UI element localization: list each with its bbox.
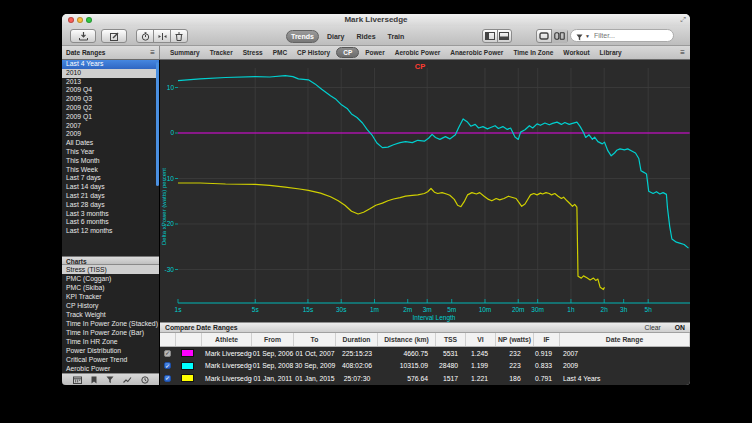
column-header-to[interactable]: To [294,333,336,346]
tab-diary[interactable]: Diary [323,31,349,42]
trend-icon[interactable] [123,376,132,384]
date-range-2013[interactable]: 2013 [62,78,159,87]
date-range-2009-q3[interactable]: 2009 Q3 [62,95,159,104]
column-header-np-watts[interactable]: NP (watts) [496,333,534,346]
chart-item-stress-tiss[interactable]: Stress (TISS) [62,265,159,274]
tiled-view-button[interactable] [552,29,567,43]
chart-item-pmc-coggan[interactable]: PMC (Coggan) [62,274,159,283]
bookmark-icon[interactable] [91,376,97,384]
column-header-1[interactable] [176,333,202,346]
date-range-last-6-months[interactable]: Last 6 months [62,218,159,227]
column-header-tss[interactable]: TSS [436,333,466,346]
clear-button[interactable]: Clear [645,324,661,331]
date-range-this-year[interactable]: This Year [62,148,159,157]
filter-dropdown-caret[interactable]: ▼ [585,33,590,39]
chart-item-time-in-hr-zone[interactable]: Time In HR Zone [62,337,159,346]
date-range-2009-q4[interactable]: 2009 Q4 [62,86,159,95]
date-range-last-28-days[interactable]: Last 28 days [62,201,159,210]
cell-athlete: Mark Liversedge [202,360,252,373]
clock-icon[interactable] [141,376,149,384]
date-range-2009[interactable]: 2009 [62,130,159,139]
delete-button[interactable] [171,29,187,43]
row-checkbox[interactable]: ✓ [164,362,171,369]
chart-tab-cp-history[interactable]: CP History [293,48,334,57]
chart-tab-anaerobic-power[interactable]: Anaerobic Power [446,48,507,57]
chart-tab-tracker[interactable]: Tracker [206,48,237,57]
compare-on-toggle[interactable]: ON [675,324,685,331]
chart-item-kpi-tracker[interactable]: KPI Tracker [62,292,159,301]
svg-text:1h: 1h [567,306,575,313]
fullscreen-icon[interactable]: ⤢ [680,16,686,24]
close-window-icon[interactable] [68,17,74,23]
column-header-0[interactable] [160,333,176,346]
zoom-window-icon[interactable] [86,17,92,23]
chart-item-power-distribution[interactable]: Power Distribution [62,346,159,355]
chart-item-time-in-power-zone-bar[interactable]: Time In Power Zone (Bar) [62,328,159,337]
cp-chart[interactable]: 1s5s15s30s1m2m3m5m10m20m30m1h2h3h5h100-1… [160,60,690,322]
lowbar-toggle-button[interactable] [497,29,511,43]
compose-button[interactable] [101,29,127,43]
date-range-this-month[interactable]: This Month [62,157,159,166]
view-tabs: TrendsDiaryRidesTrain [286,29,408,43]
date-range-last-4-years[interactable]: Last 4 Years [62,60,159,69]
date-range-all-dates[interactable]: All Dates [62,139,159,148]
date-range-last-7-days[interactable]: Last 7 days [62,174,159,183]
chart-item-pmc-skiba[interactable]: PMC (Skiba) [62,283,159,292]
sidebar-scrollbar[interactable] [156,62,159,186]
column-header-date-range[interactable]: Date Range [560,333,690,346]
svg-text:3h: 3h [620,306,628,313]
chart-tab-summary[interactable]: Summary [166,48,204,57]
chart-item-critical-power-trend[interactable]: Critical Power Trend [62,355,159,364]
date-range-last-21-days[interactable]: Last 21 days [62,192,159,201]
filter-field[interactable]: ▼ [570,29,674,42]
chart-item-track-weight[interactable]: Track Weight [62,310,159,319]
import-button[interactable] [70,29,96,43]
sidebar-menu-icon[interactable]: ≡ [150,49,155,57]
chart-tab-library[interactable]: Library [596,48,626,57]
svg-text:1m: 1m [370,306,379,313]
column-header-athlete[interactable]: Athlete [202,333,252,346]
filter-input[interactable] [592,31,662,40]
chart-tab-power[interactable]: Power [361,48,389,57]
chart-menu-icon[interactable]: ≡ [680,49,685,57]
column-header-from[interactable]: From [252,333,294,346]
date-range-last-14-days[interactable]: Last 14 days [62,183,159,192]
column-header-duration[interactable]: Duration [336,333,378,346]
column-header-if[interactable]: IF [534,333,560,346]
row-checkbox[interactable]: ✓ [164,350,171,357]
tools-group [136,29,188,43]
date-range-2010[interactable]: 2010 [62,69,159,78]
minimize-window-icon[interactable] [77,17,83,23]
column-header-vi[interactable]: VI [466,333,496,346]
sidebar-toggle-button[interactable] [483,29,497,43]
chart-tab-stress[interactable]: Stress [239,48,267,57]
date-range-2009-q2[interactable]: 2009 Q2 [62,104,159,113]
date-range-this-week[interactable]: This Week [62,166,159,175]
cell-range: 2009 [560,360,690,373]
split-button[interactable] [154,29,170,43]
filter-funnel-icon[interactable] [106,376,114,384]
date-range-2009-q1[interactable]: 2009 Q1 [62,113,159,122]
intervals-button[interactable] [137,29,153,43]
tab-rides[interactable]: Rides [352,31,379,42]
date-ranges-list: Last 4 Years201020132009 Q42009 Q32009 Q… [62,60,159,236]
date-range-last-3-months[interactable]: Last 3 months [62,210,159,219]
chart-item-time-in-power-zone-stacked[interactable]: Time In Power Zone (Stacked) [62,319,159,328]
column-header-distance-km[interactable]: Distance (km) [378,333,436,346]
chart-tab-workout[interactable]: Workout [559,48,593,57]
chart-item-aerobic-power[interactable]: Aerobic Power [62,364,159,373]
calendar-icon[interactable] [73,376,82,384]
tabbed-view-button[interactable] [537,29,551,43]
chart-tab-time-in-zone[interactable]: Time In Zone [509,48,557,57]
cell-np: 223 [496,360,534,373]
chart-tab-aerobic-power[interactable]: Aerobic Power [391,48,445,57]
chart-item-cp-history[interactable]: CP History [62,301,159,310]
compare-panel: Compare Date Ranges Clear ON AthleteFrom… [160,322,690,385]
date-range-last-12-months[interactable]: Last 12 months [62,227,159,236]
chart-tab-cp[interactable]: CP [336,47,359,58]
tab-train[interactable]: Train [384,31,409,42]
date-range-2007[interactable]: 2007 [62,122,159,131]
tab-trends[interactable]: Trends [286,30,319,43]
chart-tab-pmc[interactable]: PMC [269,48,291,57]
row-checkbox[interactable]: ✓ [164,375,171,382]
